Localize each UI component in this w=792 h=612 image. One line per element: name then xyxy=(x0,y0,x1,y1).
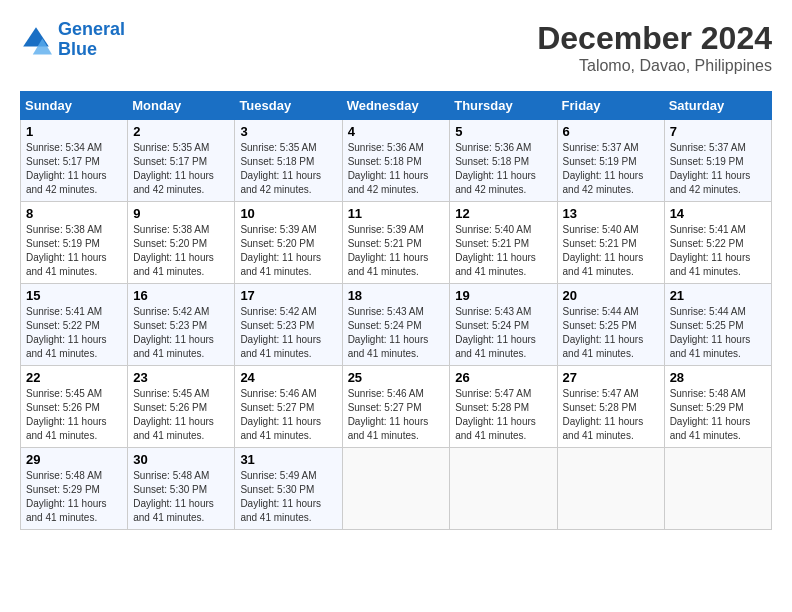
day-info: Sunrise: 5:46 AM Sunset: 5:27 PM Dayligh… xyxy=(240,387,336,443)
calendar-cell: 4Sunrise: 5:36 AM Sunset: 5:18 PM Daylig… xyxy=(342,120,450,202)
logo-icon xyxy=(20,24,52,56)
header-row: Sunday Monday Tuesday Wednesday Thursday… xyxy=(21,92,772,120)
day-number: 16 xyxy=(133,288,229,303)
day-number: 10 xyxy=(240,206,336,221)
logo: General Blue xyxy=(20,20,125,60)
calendar-week-3: 15Sunrise: 5:41 AM Sunset: 5:22 PM Dayli… xyxy=(21,284,772,366)
calendar-cell: 22Sunrise: 5:45 AM Sunset: 5:26 PM Dayli… xyxy=(21,366,128,448)
calendar-cell: 25Sunrise: 5:46 AM Sunset: 5:27 PM Dayli… xyxy=(342,366,450,448)
day-number: 18 xyxy=(348,288,445,303)
calendar-cell: 30Sunrise: 5:48 AM Sunset: 5:30 PM Dayli… xyxy=(128,448,235,530)
calendar-cell: 6Sunrise: 5:37 AM Sunset: 5:19 PM Daylig… xyxy=(557,120,664,202)
day-number: 28 xyxy=(670,370,766,385)
day-number: 4 xyxy=(348,124,445,139)
calendar-table: Sunday Monday Tuesday Wednesday Thursday… xyxy=(20,91,772,530)
col-friday: Friday xyxy=(557,92,664,120)
page-header: General Blue December 2024 Talomo, Davao… xyxy=(20,20,772,75)
day-number: 30 xyxy=(133,452,229,467)
day-number: 9 xyxy=(133,206,229,221)
day-info: Sunrise: 5:39 AM Sunset: 5:21 PM Dayligh… xyxy=(348,223,445,279)
calendar-cell: 13Sunrise: 5:40 AM Sunset: 5:21 PM Dayli… xyxy=(557,202,664,284)
calendar-cell: 23Sunrise: 5:45 AM Sunset: 5:26 PM Dayli… xyxy=(128,366,235,448)
day-number: 27 xyxy=(563,370,659,385)
calendar-cell: 19Sunrise: 5:43 AM Sunset: 5:24 PM Dayli… xyxy=(450,284,557,366)
calendar-cell xyxy=(342,448,450,530)
calendar-cell: 10Sunrise: 5:39 AM Sunset: 5:20 PM Dayli… xyxy=(235,202,342,284)
day-number: 12 xyxy=(455,206,551,221)
calendar-cell: 11Sunrise: 5:39 AM Sunset: 5:21 PM Dayli… xyxy=(342,202,450,284)
day-info: Sunrise: 5:41 AM Sunset: 5:22 PM Dayligh… xyxy=(670,223,766,279)
col-wednesday: Wednesday xyxy=(342,92,450,120)
calendar-cell: 17Sunrise: 5:42 AM Sunset: 5:23 PM Dayli… xyxy=(235,284,342,366)
day-number: 1 xyxy=(26,124,122,139)
calendar-cell: 12Sunrise: 5:40 AM Sunset: 5:21 PM Dayli… xyxy=(450,202,557,284)
day-info: Sunrise: 5:41 AM Sunset: 5:22 PM Dayligh… xyxy=(26,305,122,361)
day-number: 7 xyxy=(670,124,766,139)
day-number: 24 xyxy=(240,370,336,385)
col-sunday: Sunday xyxy=(21,92,128,120)
day-info: Sunrise: 5:34 AM Sunset: 5:17 PM Dayligh… xyxy=(26,141,122,197)
day-number: 14 xyxy=(670,206,766,221)
col-tuesday: Tuesday xyxy=(235,92,342,120)
calendar-cell xyxy=(664,448,771,530)
location: Talomo, Davao, Philippines xyxy=(537,57,772,75)
day-number: 26 xyxy=(455,370,551,385)
day-info: Sunrise: 5:43 AM Sunset: 5:24 PM Dayligh… xyxy=(455,305,551,361)
day-info: Sunrise: 5:37 AM Sunset: 5:19 PM Dayligh… xyxy=(563,141,659,197)
day-number: 21 xyxy=(670,288,766,303)
calendar-cell: 16Sunrise: 5:42 AM Sunset: 5:23 PM Dayli… xyxy=(128,284,235,366)
month-title: December 2024 xyxy=(537,20,772,57)
day-info: Sunrise: 5:48 AM Sunset: 5:29 PM Dayligh… xyxy=(26,469,122,525)
calendar-cell: 31Sunrise: 5:49 AM Sunset: 5:30 PM Dayli… xyxy=(235,448,342,530)
calendar-cell: 28Sunrise: 5:48 AM Sunset: 5:29 PM Dayli… xyxy=(664,366,771,448)
day-number: 8 xyxy=(26,206,122,221)
calendar-cell: 18Sunrise: 5:43 AM Sunset: 5:24 PM Dayli… xyxy=(342,284,450,366)
day-number: 17 xyxy=(240,288,336,303)
day-info: Sunrise: 5:38 AM Sunset: 5:19 PM Dayligh… xyxy=(26,223,122,279)
col-monday: Monday xyxy=(128,92,235,120)
calendar-cell xyxy=(450,448,557,530)
calendar-week-2: 8Sunrise: 5:38 AM Sunset: 5:19 PM Daylig… xyxy=(21,202,772,284)
day-info: Sunrise: 5:43 AM Sunset: 5:24 PM Dayligh… xyxy=(348,305,445,361)
day-number: 25 xyxy=(348,370,445,385)
day-info: Sunrise: 5:36 AM Sunset: 5:18 PM Dayligh… xyxy=(348,141,445,197)
day-info: Sunrise: 5:49 AM Sunset: 5:30 PM Dayligh… xyxy=(240,469,336,525)
calendar-cell: 2Sunrise: 5:35 AM Sunset: 5:17 PM Daylig… xyxy=(128,120,235,202)
col-thursday: Thursday xyxy=(450,92,557,120)
calendar-cell xyxy=(557,448,664,530)
logo-line2: Blue xyxy=(58,39,97,59)
day-info: Sunrise: 5:35 AM Sunset: 5:18 PM Dayligh… xyxy=(240,141,336,197)
calendar-cell: 14Sunrise: 5:41 AM Sunset: 5:22 PM Dayli… xyxy=(664,202,771,284)
day-number: 19 xyxy=(455,288,551,303)
day-info: Sunrise: 5:35 AM Sunset: 5:17 PM Dayligh… xyxy=(133,141,229,197)
day-number: 23 xyxy=(133,370,229,385)
calendar-cell: 1Sunrise: 5:34 AM Sunset: 5:17 PM Daylig… xyxy=(21,120,128,202)
calendar-cell: 7Sunrise: 5:37 AM Sunset: 5:19 PM Daylig… xyxy=(664,120,771,202)
calendar-cell: 15Sunrise: 5:41 AM Sunset: 5:22 PM Dayli… xyxy=(21,284,128,366)
day-info: Sunrise: 5:42 AM Sunset: 5:23 PM Dayligh… xyxy=(133,305,229,361)
calendar-cell: 24Sunrise: 5:46 AM Sunset: 5:27 PM Dayli… xyxy=(235,366,342,448)
calendar-cell: 20Sunrise: 5:44 AM Sunset: 5:25 PM Dayli… xyxy=(557,284,664,366)
day-info: Sunrise: 5:40 AM Sunset: 5:21 PM Dayligh… xyxy=(563,223,659,279)
calendar-week-1: 1Sunrise: 5:34 AM Sunset: 5:17 PM Daylig… xyxy=(21,120,772,202)
day-info: Sunrise: 5:36 AM Sunset: 5:18 PM Dayligh… xyxy=(455,141,551,197)
day-number: 20 xyxy=(563,288,659,303)
day-info: Sunrise: 5:47 AM Sunset: 5:28 PM Dayligh… xyxy=(455,387,551,443)
day-number: 3 xyxy=(240,124,336,139)
calendar-cell: 26Sunrise: 5:47 AM Sunset: 5:28 PM Dayli… xyxy=(450,366,557,448)
day-info: Sunrise: 5:47 AM Sunset: 5:28 PM Dayligh… xyxy=(563,387,659,443)
day-info: Sunrise: 5:44 AM Sunset: 5:25 PM Dayligh… xyxy=(563,305,659,361)
day-number: 29 xyxy=(26,452,122,467)
day-info: Sunrise: 5:48 AM Sunset: 5:29 PM Dayligh… xyxy=(670,387,766,443)
day-info: Sunrise: 5:38 AM Sunset: 5:20 PM Dayligh… xyxy=(133,223,229,279)
calendar-week-5: 29Sunrise: 5:48 AM Sunset: 5:29 PM Dayli… xyxy=(21,448,772,530)
col-saturday: Saturday xyxy=(664,92,771,120)
day-info: Sunrise: 5:45 AM Sunset: 5:26 PM Dayligh… xyxy=(133,387,229,443)
logo-line1: General xyxy=(58,19,125,39)
calendar-cell: 3Sunrise: 5:35 AM Sunset: 5:18 PM Daylig… xyxy=(235,120,342,202)
calendar-week-4: 22Sunrise: 5:45 AM Sunset: 5:26 PM Dayli… xyxy=(21,366,772,448)
day-number: 31 xyxy=(240,452,336,467)
day-number: 6 xyxy=(563,124,659,139)
day-number: 13 xyxy=(563,206,659,221)
day-info: Sunrise: 5:45 AM Sunset: 5:26 PM Dayligh… xyxy=(26,387,122,443)
